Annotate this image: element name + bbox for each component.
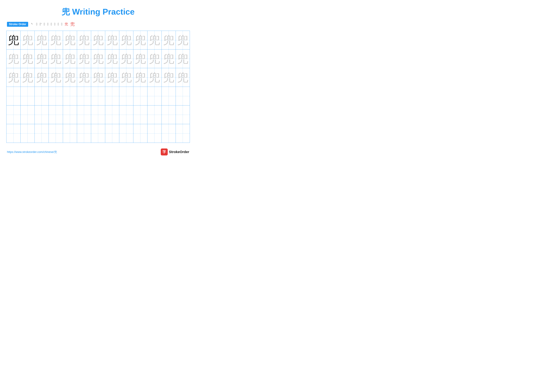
grid-cell-empty[interactable]: [133, 87, 147, 106]
grid-cell-empty[interactable]: [49, 106, 63, 124]
grid-cell[interactable]: 兜: [91, 31, 105, 50]
grid-cell-empty[interactable]: [63, 124, 77, 143]
grid-cell[interactable]: 兜: [119, 68, 133, 87]
char-light: 兜: [177, 52, 189, 65]
stroke-step-7: 𠄊: [54, 22, 55, 26]
grid-cell-empty[interactable]: [119, 87, 133, 106]
table-row: [7, 87, 190, 106]
grid-cell-empty[interactable]: [147, 124, 161, 143]
char-light: 兜: [163, 71, 174, 84]
grid-cell-empty[interactable]: [161, 124, 175, 143]
grid-cell[interactable]: 兜: [63, 31, 77, 50]
page-title: 兜 Writing Practice: [6, 5, 190, 17]
stroke-step-3: 𠃋': [40, 22, 41, 26]
grid-cell[interactable]: 兜: [7, 68, 21, 87]
grid-cell-empty[interactable]: [35, 106, 49, 124]
grid-cell[interactable]: 兜: [35, 68, 49, 87]
grid-cell-empty[interactable]: [105, 87, 119, 106]
char-light: 兜: [78, 52, 90, 65]
char-light: 兜: [106, 71, 118, 84]
grid-cell-empty[interactable]: [147, 87, 161, 106]
grid-cell[interactable]: 兜: [105, 31, 119, 50]
grid-cell-empty[interactable]: [7, 87, 21, 106]
grid-cell[interactable]: 兜: [175, 68, 190, 87]
grid-cell[interactable]: 兜: [119, 50, 133, 68]
grid-cell-empty[interactable]: [147, 106, 161, 124]
grid-cell[interactable]: 兜: [175, 31, 190, 50]
grid-cell-empty[interactable]: [63, 106, 77, 124]
grid-cell[interactable]: 兜: [77, 68, 91, 87]
grid-cell[interactable]: 兜: [147, 31, 161, 50]
grid-cell[interactable]: 兜: [175, 50, 190, 68]
stroke-step-6: 𠄊: [51, 22, 52, 26]
grid-cell[interactable]: 兜: [133, 31, 147, 50]
grid-cell-empty[interactable]: [7, 106, 21, 124]
char-light: 兜: [92, 34, 104, 46]
grid-cell[interactable]: 兜: [35, 50, 49, 68]
grid-cell-empty[interactable]: [21, 106, 35, 124]
grid-cell[interactable]: 兜: [161, 31, 175, 50]
char-light: 兜: [22, 34, 33, 46]
stroke-step-10: 兜: [65, 22, 68, 27]
grid-cell-empty[interactable]: [133, 106, 147, 124]
grid-cell-empty[interactable]: [35, 87, 49, 106]
grid-cell[interactable]: 兜: [49, 50, 63, 68]
grid-cell[interactable]: 兜: [119, 31, 133, 50]
grid-cell[interactable]: 兜: [147, 68, 161, 87]
grid-cell-empty[interactable]: [91, 106, 105, 124]
grid-cell-empty[interactable]: [35, 124, 49, 143]
grid-cell-empty[interactable]: [77, 106, 91, 124]
grid-cell[interactable]: 兜: [133, 50, 147, 68]
grid-cell[interactable]: 兜: [21, 31, 35, 50]
grid-cell-empty[interactable]: [21, 87, 35, 106]
grid-cell-empty[interactable]: [105, 124, 119, 143]
grid-cell[interactable]: 兜: [21, 68, 35, 87]
table-row: 兜 兜 兜 兜 兜 兜 兜 兜 兜 兜 兜 兜 兜: [7, 31, 190, 50]
stroke-step-5: 𠄊: [47, 22, 48, 26]
grid-cell-empty[interactable]: [63, 87, 77, 106]
grid-cell-empty[interactable]: [119, 106, 133, 124]
grid-cell[interactable]: 兜: [161, 68, 175, 87]
stroke-step-2: 𠃋: [36, 22, 37, 26]
grid-cell-empty[interactable]: [77, 124, 91, 143]
grid-cell[interactable]: 兜: [49, 68, 63, 87]
grid-cell[interactable]: 兜: [77, 50, 91, 68]
grid-cell[interactable]: 兜: [63, 68, 77, 87]
grid-cell-empty[interactable]: [91, 87, 105, 106]
grid-cell-empty[interactable]: [161, 106, 175, 124]
grid-cell[interactable]: 兜: [161, 50, 175, 68]
grid-cell[interactable]: 兜: [133, 68, 147, 87]
grid-cell-empty[interactable]: [175, 106, 190, 124]
grid-cell-empty[interactable]: [7, 124, 21, 143]
stroke-step-11: 兜: [70, 21, 75, 27]
stroke-step-4: 𠄌: [44, 22, 45, 26]
grid-cell[interactable]: 兜: [77, 31, 91, 50]
stroke-step-1: 丶: [30, 22, 34, 27]
grid-cell[interactable]: 兜: [147, 50, 161, 68]
grid-cell[interactable]: 兜: [91, 50, 105, 68]
grid-cell[interactable]: 兜: [7, 50, 21, 68]
grid-cell-empty[interactable]: [91, 124, 105, 143]
grid-cell[interactable]: 兜: [49, 31, 63, 50]
grid-cell-empty[interactable]: [49, 87, 63, 106]
grid-cell-empty[interactable]: [21, 124, 35, 143]
grid-cell[interactable]: 兜: [63, 50, 77, 68]
grid-cell-empty[interactable]: [49, 124, 63, 143]
grid-cell[interactable]: 兜: [21, 50, 35, 68]
grid-cell[interactable]: 兜: [105, 68, 119, 87]
stroke-step-8: 𠄊: [58, 22, 59, 26]
char-light: 兜: [36, 52, 47, 65]
grid-cell-empty[interactable]: [119, 124, 133, 143]
grid-cell-empty[interactable]: [77, 87, 91, 106]
grid-cell-empty[interactable]: [175, 124, 190, 143]
footer-logo: 字 StrokeOrder: [161, 149, 189, 156]
grid-cell[interactable]: 兜: [35, 31, 49, 50]
grid-cell-empty[interactable]: [161, 87, 175, 106]
grid-cell-empty[interactable]: [105, 106, 119, 124]
char-light: 兜: [78, 71, 90, 84]
grid-cell-empty[interactable]: [133, 124, 147, 143]
grid-cell[interactable]: 兜: [105, 50, 119, 68]
grid-cell[interactable]: 兜: [91, 68, 105, 87]
grid-cell-empty[interactable]: [175, 87, 190, 106]
footer-url[interactable]: https://www.strokeorder.com/chinese/兜: [7, 150, 57, 154]
